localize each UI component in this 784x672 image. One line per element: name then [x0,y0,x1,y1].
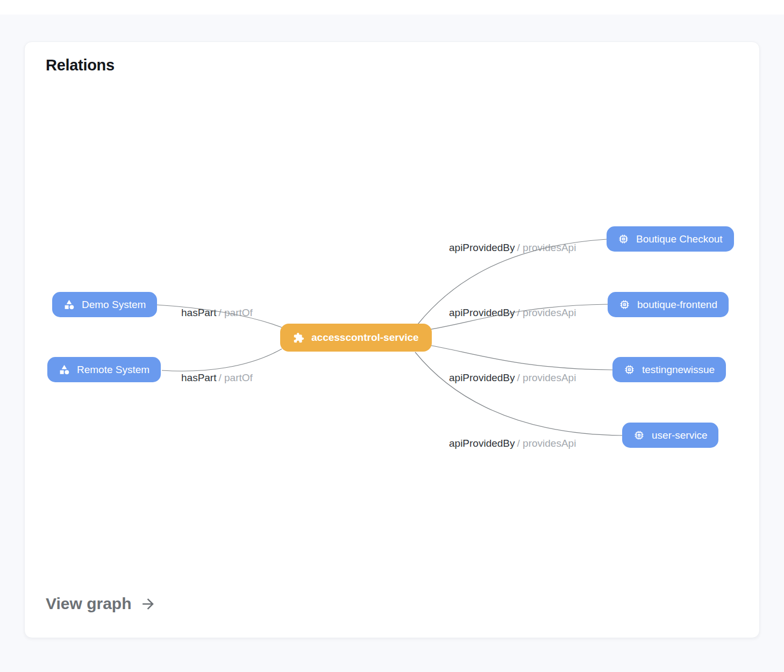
page-title: Relations [46,56,115,74]
node-label: Remote System [77,364,149,376]
relation-label: hasPart [181,372,216,383]
node-demo-system[interactable]: Demo System [52,292,157,317]
top-strip [0,0,784,15]
chip-icon [618,233,629,245]
node-boutique-checkout[interactable]: Boutique Checkout [607,226,734,252]
relation-label: hasPart [181,307,216,318]
reverse-relation-label: / providesApi [517,372,576,383]
system-shapes-icon [63,299,75,310]
relation-label: apiProvidedBy [449,242,515,253]
node-accesscontrol-service[interactable]: accesscontrol-service [280,324,432,352]
node-label: testingnewissue [642,364,715,376]
node-boutique-frontend[interactable]: boutique-frontend [608,292,729,317]
chip-icon [619,299,630,310]
reverse-relation-label: / providesApi [517,438,576,449]
edge-label-api-user-service: apiProvidedBy/ providesApi [449,437,576,450]
reverse-relation-label: / partOf [218,372,252,383]
arrow-right-icon [140,596,156,612]
edge-label-api-testingnewissue: apiProvidedBy/ providesApi [449,371,576,384]
relation-label: apiProvidedBy [449,307,515,318]
node-label: boutique-frontend [637,299,717,311]
edge-label-api-boutique-checkout: apiProvidedBy/ providesApi [449,241,576,254]
chip-icon [624,364,635,375]
puzzle-piece-icon [293,332,304,344]
node-testingnewissue[interactable]: testingnewissue [612,357,726,382]
system-shapes-icon [59,364,70,375]
relation-label: apiProvidedBy [449,438,515,449]
edge-label-haspart-remote: hasPart/ partOf [181,371,253,384]
node-label: Boutique Checkout [636,233,723,245]
node-user-service[interactable]: user-service [622,423,718,448]
view-graph-label: View graph [46,595,132,613]
node-label: user-service [652,430,707,441]
reverse-relation-label: / providesApi [517,242,576,253]
reverse-relation-label: / providesApi [517,307,576,318]
relations-page: Relations hasPart/ partOf hasPart/ partO… [0,0,784,672]
edge-label-api-boutique-frontend: apiProvidedBy/ providesApi [449,306,576,319]
node-remote-system[interactable]: Remote System [47,357,161,382]
reverse-relation-label: / partOf [218,307,252,318]
node-label: Demo System [82,299,146,311]
node-label: accesscontrol-service [311,332,419,344]
edge-label-haspart-demo: hasPart/ partOf [181,306,253,319]
chip-icon [633,430,645,441]
relation-label: apiProvidedBy [449,372,515,383]
view-graph-link[interactable]: View graph [46,595,156,613]
